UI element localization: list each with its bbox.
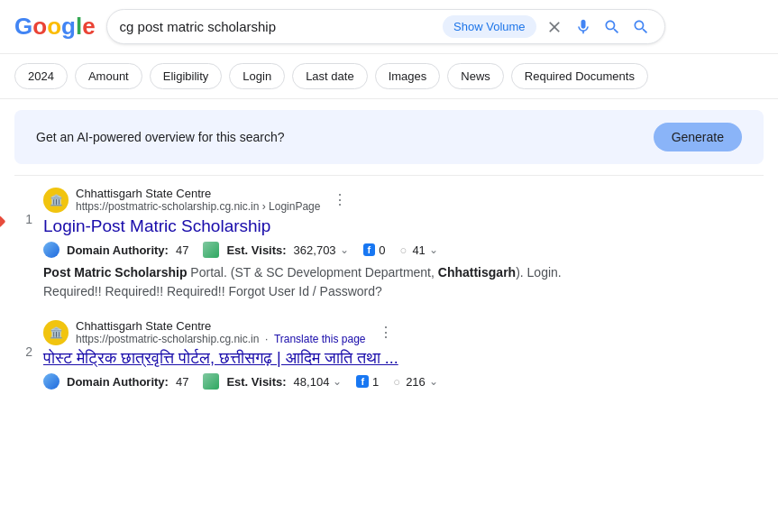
clear-button[interactable] — [544, 16, 565, 38]
show-volume-button[interactable]: Show Volume — [443, 15, 536, 38]
result-1-favicon: 🏛️ — [43, 188, 69, 213]
result-1-title[interactable]: Login-Post Matric Scholarship — [43, 216, 764, 236]
result-2-more-button[interactable]: ⋮ — [373, 322, 398, 343]
result-1-fb: f 0 — [363, 243, 386, 257]
result-2-site-name: Chhattisgarh State Centre — [76, 319, 366, 333]
result-item-2: 2 🏛️ Chhattisgarh State Centre https://p… — [14, 319, 764, 395]
chip-login[interactable]: Login — [229, 63, 285, 89]
est-label-2: Est. Visits: — [226, 375, 286, 389]
result-1-comments: ○ 41 ⌄ — [400, 243, 438, 257]
lens-icon — [603, 18, 621, 36]
search-icon — [632, 18, 650, 36]
est-value-2: 48,104 — [294, 375, 330, 389]
ai-overview-banner: Get an AI-powered overview for this sear… — [14, 110, 764, 164]
est-visits-icon — [203, 242, 219, 258]
result-1-content: 🏛️ Chhattisgarh State Centre https://pos… — [43, 187, 764, 301]
est-expand-icon-2[interactable]: ⌄ — [333, 375, 342, 388]
comment-icon: ○ — [400, 243, 407, 257]
result-2-fb: f 1 — [356, 375, 379, 389]
chip-amount[interactable]: Amount — [75, 63, 142, 89]
chip-last-date[interactable]: Last date — [292, 63, 368, 89]
da-value-2: 47 — [176, 375, 188, 389]
result-1-number: 1 — [14, 187, 32, 301]
chip-news[interactable]: News — [447, 63, 504, 89]
search-bar: Show Volume — [106, 9, 665, 44]
facebook-icon-2: f — [356, 375, 369, 388]
da-icon-2 — [43, 373, 59, 390]
da-value: 47 — [176, 243, 188, 257]
result-2-est-visits: Est. Visits: 48,104 ⌄ — [203, 373, 342, 390]
chip-eligibility[interactable]: Eligibility — [150, 63, 223, 89]
comment-count: 41 — [412, 243, 425, 257]
google-logo[interactable]: Google — [14, 13, 96, 41]
chip-images[interactable]: Images — [375, 63, 441, 89]
result-2-number: 2 — [14, 319, 32, 395]
divider — [14, 175, 764, 176]
comment-icon-2: ○ — [393, 375, 400, 389]
est-label: Est. Visits: — [226, 243, 286, 257]
da-label-2: Domain Authority: — [67, 375, 169, 389]
search-input[interactable] — [120, 19, 436, 34]
result-1-description: Post Matric Scholarship Portal. (ST & SC… — [43, 263, 602, 301]
comment-expand-icon-2[interactable]: ⌄ — [429, 375, 438, 388]
mic-icon — [574, 18, 592, 36]
chip-required-documents[interactable]: Required Documents — [511, 63, 648, 89]
comment-count-2: 216 — [406, 375, 426, 389]
result-2-site-row: 🏛️ Chhattisgarh State Centre https://pos… — [43, 319, 764, 345]
result-1-more-button[interactable]: ⋮ — [327, 189, 352, 210]
ai-overview-text: Get an AI-powered overview for this sear… — [36, 130, 284, 144]
result-2-comments: ○ 216 ⌄ — [393, 375, 438, 389]
fb-count: 0 — [379, 243, 385, 257]
result-1-site-info: Chhattisgarh State Centre https://postma… — [76, 187, 320, 213]
result-2-favicon: 🏛️ — [43, 320, 69, 345]
fb-count-2: 1 — [372, 375, 379, 389]
da-label: Domain Authority: — [67, 243, 169, 257]
result-item-1: ➜ 1 🏛️ Chhattisgarh State Centre https:/… — [14, 187, 764, 301]
result-1-est-visits: Est. Visits: 362,703 ⌄ — [203, 242, 348, 258]
filter-chips-bar: 2024 Amount Eligibility Login Last date … — [0, 54, 778, 99]
search-button[interactable] — [630, 16, 652, 38]
result-2-title[interactable]: पोस्ट मेट्रिक छात्रवृत्ति पोर्टल, छत्तीस… — [43, 349, 764, 368]
close-icon — [545, 18, 563, 36]
lens-button[interactable] — [601, 16, 623, 38]
result-1-site-row: 🏛️ Chhattisgarh State Centre https://pos… — [43, 187, 764, 213]
est-icon-2 — [203, 373, 219, 390]
result-2-site-info: Chhattisgarh State Centre https://postma… — [76, 319, 366, 345]
est-expand-icon[interactable]: ⌄ — [340, 243, 349, 256]
search-results: ➜ 1 🏛️ Chhattisgarh State Centre https:/… — [0, 179, 778, 395]
result-2-metrics: Domain Authority: 47 Est. Visits: 48,104… — [43, 373, 764, 390]
result-1-site-name: Chhattisgarh State Centre — [76, 187, 320, 200]
result-1-domain-authority: Domain Authority: 47 — [43, 242, 188, 258]
header: Google Show Volume — [0, 0, 778, 54]
mic-button[interactable] — [572, 16, 594, 38]
result-2-domain-authority: Domain Authority: 47 — [43, 373, 188, 390]
result-2-site-url: https://postmatric-scholarship.cg.nic.in… — [76, 333, 366, 345]
translate-link[interactable]: Translate this page — [274, 333, 366, 345]
result-2-content: 🏛️ Chhattisgarh State Centre https://pos… — [43, 319, 764, 395]
result-1-arrow-indicator: ➜ — [0, 210, 5, 234]
result-1-metrics: Domain Authority: 47 Est. Visits: 362,70… — [43, 242, 764, 258]
est-value: 362,703 — [294, 243, 336, 257]
generate-button[interactable]: Generate — [654, 123, 742, 151]
result-1-site-url: https://postmatric-scholarship.cg.nic.in… — [76, 200, 320, 213]
comment-expand-icon[interactable]: ⌄ — [429, 243, 438, 256]
domain-authority-icon — [43, 242, 59, 258]
facebook-icon: f — [363, 243, 376, 256]
chip-2024[interactable]: 2024 — [14, 63, 68, 89]
